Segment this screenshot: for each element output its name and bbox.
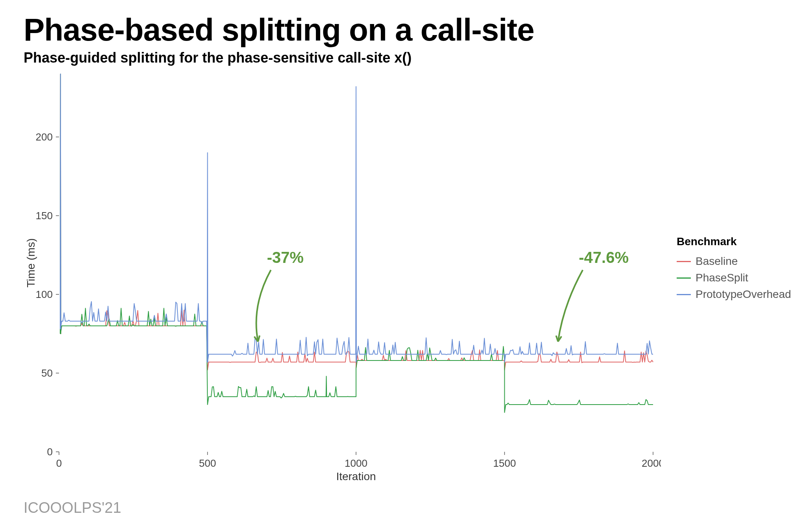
chart-subtitle: Phase-guided splitting for the phase-sen… bbox=[24, 50, 788, 66]
legend-item-phasesplit: PhaseSplit bbox=[677, 272, 791, 284]
slide: Phase-based splitting on a call-site Pha… bbox=[0, 0, 812, 525]
x-tick-label: 2000 bbox=[642, 457, 661, 469]
footer-venue: ICOOOLPS'21 bbox=[24, 499, 121, 516]
y-axis-label: Time (ms) bbox=[25, 238, 37, 288]
x-tick-label: 1000 bbox=[345, 457, 367, 469]
y-tick-label: 50 bbox=[41, 367, 53, 379]
y-tick-label: 100 bbox=[36, 288, 53, 300]
annotation-arrow bbox=[558, 270, 583, 342]
page-title: Phase-based splitting on a call-site bbox=[24, 12, 788, 48]
time-series-chart: 0500100015002000Iteration050100150200Tim… bbox=[24, 70, 661, 487]
legend-label: PrototypeOverhead bbox=[696, 288, 791, 301]
legend-label: Baseline bbox=[696, 255, 738, 268]
chart-row: 0500100015002000Iteration050100150200Tim… bbox=[24, 70, 788, 487]
legend-swatch bbox=[677, 261, 691, 262]
legend-label: PhaseSplit bbox=[696, 272, 748, 284]
legend-title: Benchmark bbox=[677, 235, 791, 248]
x-tick-label: 0 bbox=[56, 457, 62, 469]
x-tick-label: 1500 bbox=[493, 457, 516, 469]
annotation-label: -47.6% bbox=[579, 249, 629, 266]
legend: Benchmark BaselinePhaseSplitPrototypeOve… bbox=[677, 235, 791, 305]
legend-swatch bbox=[677, 294, 691, 295]
annotation-label: -37% bbox=[267, 249, 304, 266]
x-axis-label: Iteration bbox=[336, 470, 376, 482]
legend-swatch bbox=[677, 277, 691, 279]
legend-item-prototypeoverhead: PrototypeOverhead bbox=[677, 288, 791, 301]
y-tick-label: 200 bbox=[36, 131, 53, 143]
chart-outer: 0500100015002000Iteration050100150200Tim… bbox=[24, 70, 661, 487]
legend-item-baseline: Baseline bbox=[677, 255, 791, 268]
annotation-arrow bbox=[256, 270, 271, 342]
y-tick-label: 0 bbox=[47, 446, 53, 458]
y-tick-label: 150 bbox=[36, 210, 53, 222]
x-tick-label: 500 bbox=[199, 457, 216, 469]
